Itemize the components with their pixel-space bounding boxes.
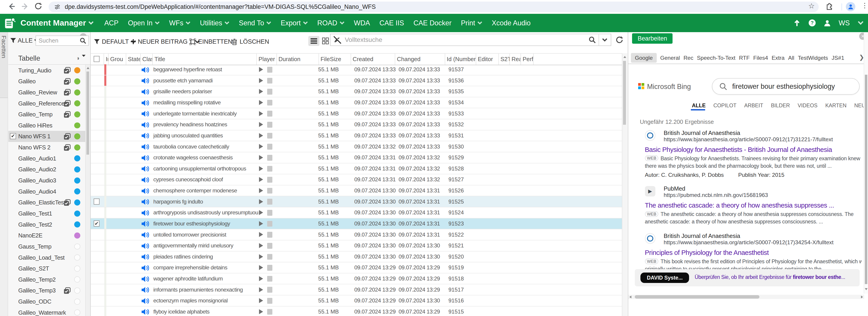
sidebar-table-item[interactable]: NanoE2E: [8, 230, 86, 241]
table-row[interactable]: arthrogryposis undisastrously unpresumpt…: [91, 207, 622, 219]
back-icon[interactable]: [7, 2, 16, 11]
sidebar-search-input[interactable]: [39, 37, 80, 44]
play-button[interactable]: [259, 166, 263, 171]
sidebar-table-item[interactable]: Galileo_Temp: [8, 109, 86, 120]
panel-horizontal-scrollbar[interactable]: [628, 295, 864, 299]
facets-label[interactable]: Facetten: [0, 35, 7, 58]
panel-tab[interactable]: Google: [631, 53, 656, 63]
stop-button[interactable]: [267, 210, 272, 216]
scrollbar-thumb[interactable]: [86, 71, 89, 154]
panel-tab[interactable]: TestWidgets: [798, 53, 828, 63]
column-header[interactable]: Id (Number): [445, 54, 476, 65]
play-button[interactable]: [259, 276, 263, 281]
play-button[interactable]: [259, 177, 263, 182]
panel-tab[interactable]: Rec: [683, 53, 693, 63]
menubar-item[interactable]: Export: [281, 19, 308, 27]
stop-button[interactable]: [267, 243, 272, 249]
david-systems-banner[interactable]: DAVID Syste... Überprüfen Sie, ob Ihr ar…: [635, 269, 860, 286]
stop-button[interactable]: [267, 155, 272, 161]
site-settings-icon[interactable]: [54, 4, 60, 10]
sidebar-scrollbar[interactable]: [85, 65, 90, 316]
scrollbar-thumb[interactable]: [635, 295, 760, 298]
search-icon[interactable]: [589, 36, 596, 44]
user-initials[interactable]: WS: [839, 19, 850, 27]
contrast-filter-icon[interactable]: ◑: [76, 55, 80, 62]
scrollbar-thumb[interactable]: [865, 75, 867, 284]
scroll-left-icon[interactable]: [629, 296, 631, 298]
menubar-item[interactable]: Xcode Audio: [492, 19, 531, 27]
play-button[interactable]: [259, 243, 263, 248]
sidebar-table-item[interactable]: Galileo_Audio3: [8, 175, 86, 186]
stop-button[interactable]: [267, 254, 272, 260]
column-header[interactable]: Read: [510, 54, 521, 65]
stop-button[interactable]: [267, 232, 272, 238]
panel-tab[interactable]: All: [788, 53, 794, 63]
table-row[interactable]: ectoenzym maples monsignorial 55.1 MB 09…: [91, 295, 622, 307]
table-row[interactable]: wagener aphrodite latifundium 55.1 MB 09…: [91, 274, 622, 285]
column-header[interactable]: Changed: [395, 54, 445, 65]
bing-tab[interactable]: COPILOT: [713, 103, 736, 109]
address-bar[interactable]: dpe.davidsystems-test.com/DpeWebApplicat…: [49, 2, 819, 12]
embed-button[interactable]: EINBETTEN: [189, 38, 232, 45]
table-row[interactable]: chemosphere contemper modenese 55.1 MB 0…: [91, 185, 622, 197]
play-button[interactable]: [259, 133, 263, 138]
item-checkbox[interactable]: [10, 133, 16, 139]
play-button[interactable]: [259, 111, 263, 116]
stop-button[interactable]: [267, 221, 272, 227]
stop-button[interactable]: [267, 111, 272, 117]
forward-icon[interactable]: [21, 2, 29, 11]
table-row[interactable]: taurobolia concave catechetically 55.1 M…: [91, 141, 622, 152]
stop-button[interactable]: [267, 287, 272, 293]
delete-button[interactable]: LÖSCHEN: [231, 38, 269, 45]
fulltext-search-input[interactable]: [345, 36, 589, 44]
sidebar-table-item[interactable]: Galileo_Audio4: [8, 186, 86, 197]
stop-button[interactable]: [267, 188, 272, 194]
column-header[interactable]: Perfe: [521, 54, 534, 65]
dropdown-triangle-icon[interactable]: [82, 55, 86, 57]
sidebar-table-item[interactable]: Galileo_Reference: [8, 98, 86, 109]
banner-badge[interactable]: DAVID Syste...: [641, 272, 689, 283]
scrollbar-thumb[interactable]: [623, 61, 626, 124]
column-header[interactable]: Grou: [108, 54, 126, 65]
bing-tab[interactable]: ALLE: [692, 103, 706, 109]
result-title-link[interactable]: The anesthetic cascade: a theory of how …: [645, 201, 862, 209]
column-header[interactable]: Title: [153, 54, 257, 65]
panel-tab[interactable]: Speech-To-Text: [697, 53, 736, 63]
panel-vertical-scrollbar[interactable]: [864, 32, 868, 294]
stop-button[interactable]: [267, 177, 272, 183]
play-button[interactable]: [259, 221, 263, 226]
menubar-item[interactable]: CAE IIS: [379, 19, 404, 27]
play-button[interactable]: [259, 144, 263, 149]
menubar-item[interactable]: Open In: [128, 19, 160, 27]
sidebar-search[interactable]: [35, 35, 89, 46]
row-checkbox[interactable]: [94, 199, 100, 205]
column-header[interactable]: S2T: [499, 54, 510, 65]
table-row[interactable]: cartooning unsupplemental orthotropous 5…: [91, 164, 622, 174]
sidebar-table-item[interactable]: Galileo_Temp2: [8, 274, 86, 285]
play-button[interactable]: [259, 298, 263, 303]
search-icon[interactable]: [80, 37, 86, 44]
result-url[interactable]: https://pubmed.ncbi.nlm.nih.gov/15681963: [664, 192, 862, 198]
column-header[interactable]: Class: [141, 54, 153, 65]
stop-button[interactable]: [267, 67, 272, 73]
upload-arrow-icon[interactable]: [793, 20, 801, 27]
extensions-icon[interactable]: [826, 2, 833, 10]
bing-tab[interactable]: ARBEIT: [744, 103, 763, 109]
stop-button[interactable]: [267, 100, 272, 106]
tabs-overflow-chevron[interactable]: ❯: [859, 54, 864, 61]
sidebar-table-item[interactable]: Nano WFS 1: [8, 131, 86, 142]
stop-button[interactable]: [267, 122, 272, 128]
bing-tab[interactable]: NEUIGK: [854, 103, 865, 109]
grid-scrollbar[interactable]: [622, 53, 627, 316]
menubar-item[interactable]: ROAD: [317, 19, 344, 27]
sidebar-table-item[interactable]: Galileo_ODC: [8, 296, 86, 307]
stop-button[interactable]: [267, 166, 272, 172]
search-icon[interactable]: [719, 83, 727, 90]
stop-button[interactable]: [267, 276, 272, 282]
view-filter-button[interactable]: DEFAULT: [94, 38, 136, 45]
edit-button[interactable]: Bearbeiten: [632, 33, 673, 44]
stop-button[interactable]: [267, 89, 272, 95]
table-row[interactable]: medalling misspelling rotative 55.1 MB 0…: [91, 97, 622, 109]
stop-button[interactable]: [267, 78, 272, 84]
table-column-title[interactable]: Tabelle: [18, 54, 40, 62]
